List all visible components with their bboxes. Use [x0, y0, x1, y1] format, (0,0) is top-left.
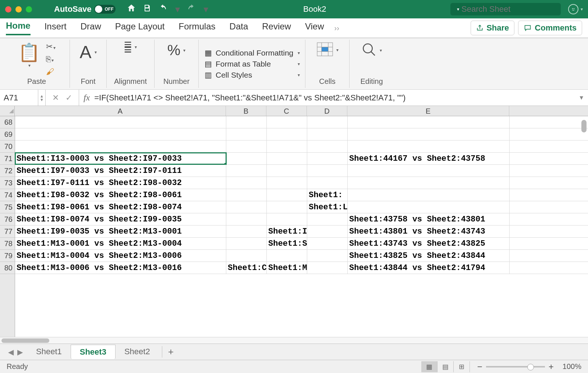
cell[interactable] [226, 189, 267, 201]
row-header[interactable]: 71 [0, 153, 15, 165]
cell[interactable] [15, 116, 226, 128]
sheet-tab-sheet2[interactable]: Sheet2 [116, 345, 159, 359]
search-input[interactable] [461, 4, 563, 14]
cell[interactable]: Sheet1:M [267, 262, 307, 274]
save-icon[interactable] [143, 4, 152, 15]
row-header[interactable]: 78 [0, 238, 15, 250]
sheet-tab-sheet1[interactable]: Sheet1 [27, 345, 71, 359]
tab-page-layout[interactable]: Page Layout [115, 21, 165, 35]
cell[interactable] [348, 141, 510, 152]
col-header-E[interactable]: E [347, 106, 509, 116]
undo-icon[interactable] [158, 4, 168, 15]
cell[interactable] [307, 225, 348, 237]
cell[interactable] [267, 141, 307, 152]
cell[interactable] [348, 177, 510, 189]
cell[interactable] [307, 177, 348, 189]
feedback-icon[interactable] [568, 4, 578, 14]
cell[interactable] [348, 165, 510, 177]
cell[interactable] [307, 262, 348, 274]
cell[interactable]: Sheet1:M13-0006 vs Sheet2:M13-0016 [15, 262, 226, 274]
redo-dropdown[interactable]: ▾ [203, 4, 208, 15]
col-header-A[interactable]: A [15, 106, 226, 116]
col-header-B[interactable]: B [226, 106, 266, 116]
page-break-view-icon[interactable]: ⊞ [454, 361, 470, 372]
row-header[interactable]: 76 [0, 213, 15, 225]
zoom-in-icon[interactable]: + [549, 362, 554, 372]
cell[interactable]: Sheet1:C [226, 262, 267, 274]
normal-view-icon[interactable]: ▦ [421, 361, 438, 372]
select-all-corner[interactable] [0, 106, 15, 116]
cell[interactable]: Sheet1:43825 vs Sheet2:43844 [348, 250, 510, 262]
close-window[interactable] [5, 6, 11, 13]
tab-insert[interactable]: Insert [45, 21, 67, 35]
row-header[interactable]: 77 [0, 225, 15, 238]
number-group[interactable]: %▾ Number [155, 40, 199, 88]
account-dropdown[interactable]: ▾ [581, 7, 583, 12]
cancel-icon[interactable]: ✕ [52, 93, 59, 103]
cell[interactable]: Sheet1:I97-0033 vs Sheet2:I97-0111 [15, 165, 226, 177]
cell[interactable]: Sheet1:I13-0003 vs Sheet2:I97-0033 [15, 153, 226, 164]
home-icon[interactable] [127, 3, 136, 15]
maximize-window[interactable] [26, 6, 32, 13]
autosave[interactable]: AutoSave OFF [54, 4, 116, 14]
cell[interactable] [267, 128, 307, 140]
cell[interactable] [226, 153, 267, 164]
cell[interactable]: Sheet1:43758 vs Sheet2:43801 [348, 213, 510, 225]
minimize-window[interactable] [15, 6, 22, 13]
cell[interactable] [348, 189, 510, 201]
row-header[interactable]: 70 [0, 141, 15, 153]
horizontal-scrollbar[interactable] [0, 337, 588, 344]
cell[interactable] [267, 116, 307, 128]
cell[interactable] [348, 201, 510, 213]
alignment-group[interactable]: ≡≡▾ Alignment [107, 40, 155, 88]
cell[interactable] [267, 189, 307, 201]
zoom-out-icon[interactable]: − [477, 362, 482, 372]
cell[interactable] [307, 116, 348, 128]
search-box[interactable]: ▾ [450, 3, 561, 15]
cell[interactable] [15, 128, 226, 140]
col-header-D[interactable]: D [307, 106, 347, 116]
cell[interactable] [307, 153, 348, 164]
font-group[interactable]: A▾ Font [70, 40, 107, 88]
redo-icon[interactable] [187, 4, 196, 15]
tab-review[interactable]: Review [262, 21, 291, 35]
share-button[interactable]: Share [471, 21, 514, 35]
cell[interactable] [267, 201, 307, 213]
copy-icon[interactable]: ⎘▾ [46, 54, 56, 64]
cell[interactable] [267, 177, 307, 189]
cell[interactable] [226, 250, 267, 262]
namebox-spinner[interactable]: ▲▼ [38, 90, 46, 106]
autosave-toggle[interactable]: OFF [94, 5, 116, 14]
cell[interactable] [307, 238, 348, 249]
cell[interactable]: Sheet1:L [307, 201, 348, 213]
tab-data[interactable]: Data [230, 21, 248, 35]
tab-view[interactable]: View [305, 21, 324, 35]
row-header[interactable]: 79 [0, 250, 15, 262]
row-header[interactable]: 75 [0, 201, 15, 213]
vertical-scrollbar[interactable] [581, 116, 587, 132]
tab-home[interactable]: Home [6, 21, 31, 35]
format-as-table[interactable]: ▤ Format as Table▾ [204, 60, 300, 68]
cell-styles[interactable]: ▥ Cell Styles▾ [204, 71, 300, 79]
cell[interactable] [226, 225, 267, 237]
undo-dropdown[interactable]: ▾ [175, 4, 180, 15]
row-header[interactable]: 68 [0, 116, 15, 128]
cell[interactable] [267, 165, 307, 177]
cell[interactable] [267, 250, 307, 262]
cell[interactable]: Sheet1:I [267, 225, 307, 237]
cell[interactable]: Sheet1:44167 vs Sheet2:43758 [348, 153, 510, 164]
name-box[interactable]: A71 [0, 90, 38, 106]
cell[interactable]: Sheet1:43801 vs Sheet2:43743 [348, 225, 510, 237]
cell[interactable] [267, 153, 307, 164]
cell[interactable] [307, 250, 348, 262]
cell[interactable] [226, 141, 267, 152]
cell[interactable]: Sheet1:I97-0111 vs Sheet2:I98-0032 [15, 177, 226, 189]
cell[interactable] [307, 128, 348, 140]
cell[interactable]: Sheet1:M13-0004 vs Sheet2:M13-0006 [15, 250, 226, 262]
more-tabs-icon[interactable]: ›› [334, 24, 339, 32]
cell[interactable] [226, 128, 267, 140]
cell[interactable]: Sheet1: [307, 189, 348, 201]
cell[interactable] [226, 213, 267, 225]
row-header[interactable]: 73 [0, 177, 15, 189]
col-header-C[interactable]: C [266, 106, 307, 116]
